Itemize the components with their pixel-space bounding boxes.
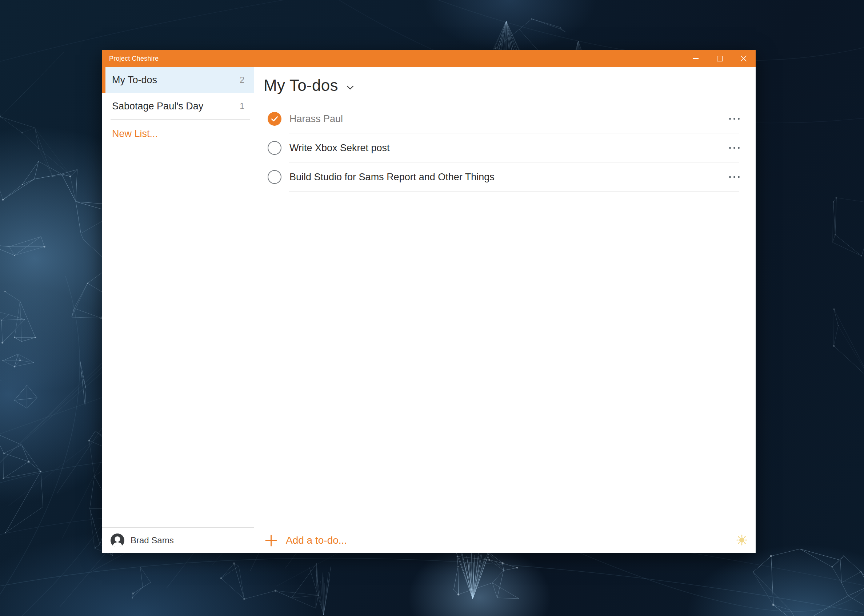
row-separator: [289, 191, 739, 192]
title-bar[interactable]: Project Cheshire: [102, 50, 755, 67]
sidebar: My To-dos 2 Sabotage Paul's Day 1 New Li…: [102, 67, 254, 553]
window-controls: [684, 50, 755, 67]
todo-more-button[interactable]: [729, 176, 740, 178]
todo-row-harass-paul[interactable]: Harass Paul: [254, 104, 755, 134]
app-window: Project Cheshire My To-dos 2 Sabotage Pa…: [102, 50, 755, 553]
suggestions-button[interactable]: [736, 534, 748, 546]
sidebar-divider: [110, 119, 250, 119]
sidebar-item-label: My To-dos: [112, 74, 157, 86]
user-name: Brad Sams: [131, 535, 174, 545]
minimize-icon: [693, 58, 699, 59]
todo-list: Harass Paul Write Xbox Sekret post: [254, 104, 755, 192]
todo-checkbox-unchecked[interactable]: [268, 141, 282, 155]
close-icon: [740, 55, 747, 62]
list-title: My To-dos: [264, 75, 338, 95]
window-title: Project Cheshire: [109, 55, 159, 63]
todo-panel: My To-dos Harass Paul: [254, 67, 755, 553]
maximize-button[interactable]: [708, 50, 732, 67]
todo-more-button[interactable]: [729, 147, 740, 149]
ellipsis-icon: [729, 147, 731, 149]
list-header: My To-dos: [254, 67, 755, 95]
user-profile[interactable]: Brad Sams: [102, 527, 254, 553]
todo-checkbox-unchecked[interactable]: [268, 170, 282, 184]
ellipsis-icon: [729, 118, 731, 120]
sun-icon: [737, 535, 747, 545]
add-todo-button[interactable]: Add a to-do...: [254, 528, 755, 553]
todo-row-build-studio[interactable]: Build Studio for Sams Report and Other T…: [254, 162, 755, 192]
new-list-button[interactable]: New List...: [112, 128, 254, 140]
plus-icon: [265, 534, 277, 547]
ellipsis-icon: [729, 176, 731, 178]
sidebar-item-count: 1: [240, 101, 244, 111]
todo-more-button[interactable]: [729, 118, 740, 120]
minimize-button[interactable]: [684, 50, 708, 67]
app-body: My To-dos 2 Sabotage Paul's Day 1 New Li…: [102, 67, 755, 553]
todo-checkbox-checked[interactable]: [268, 112, 282, 126]
checkmark-icon: [271, 116, 278, 122]
sidebar-item-sabotage-pauls-day[interactable]: Sabotage Paul's Day 1: [102, 93, 254, 119]
add-todo-label: Add a to-do...: [286, 534, 347, 546]
close-button[interactable]: [732, 50, 755, 67]
sidebar-item-label: Sabotage Paul's Day: [112, 101, 203, 112]
sidebar-item-count: 2: [240, 75, 244, 85]
chevron-down-icon[interactable]: [346, 85, 354, 90]
user-avatar-icon: [110, 534, 124, 547]
todo-title: Write Xbox Sekret post: [290, 143, 390, 154]
maximize-icon: [717, 56, 722, 61]
todo-row-write-xbox-sekret-post[interactable]: Write Xbox Sekret post: [254, 134, 755, 162]
todo-title: Build Studio for Sams Report and Other T…: [290, 171, 494, 183]
todo-title: Harass Paul: [290, 113, 343, 125]
sidebar-item-my-todos[interactable]: My To-dos 2: [102, 67, 254, 93]
